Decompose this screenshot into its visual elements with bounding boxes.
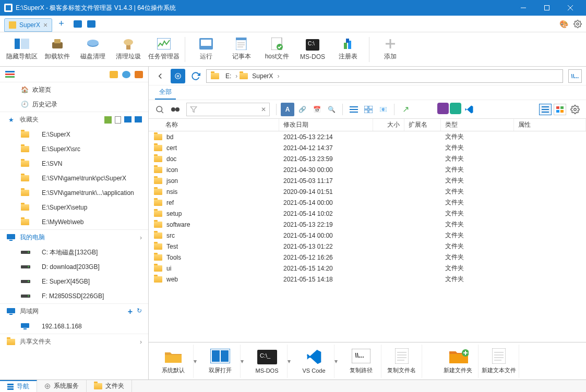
doc-icon[interactable] <box>115 116 121 124</box>
file-row[interactable]: bd2021-05-13 22:14文件夹 <box>149 131 586 142</box>
link-icon[interactable]: 🔗 <box>295 103 309 116</box>
notepad-button[interactable]: 记事本 <box>224 34 259 65</box>
file-row[interactable]: Tools2021-05-12 16:26文件夹 <box>149 252 586 263</box>
msdos-button[interactable]: C:\ MS-DOS <box>295 34 330 65</box>
status-tab-nav[interactable]: 导航 <box>0 380 37 393</box>
screen-icon[interactable] <box>135 116 142 123</box>
section-lan[interactable]: 局域网 + ↻ <box>0 303 148 319</box>
doc-green-icon[interactable] <box>104 116 112 124</box>
window-icon[interactable] <box>74 20 82 28</box>
section-share[interactable]: 共享文件夹 › <box>0 334 148 349</box>
run-button[interactable]: 运行 <box>188 34 224 65</box>
filter-input[interactable]: ✕ <box>186 103 270 116</box>
file-row[interactable]: ref2021-05-14 00:00文件夹 <box>149 197 586 208</box>
window-blue-icon[interactable] <box>124 116 131 123</box>
dropdown-icon[interactable]: ▾ <box>288 358 294 365</box>
filter-all[interactable]: 全部 <box>155 85 176 100</box>
refresh-button[interactable] <box>188 69 203 83</box>
view-icons-button[interactable] <box>554 104 566 115</box>
phpstorm-icon[interactable] <box>437 103 449 114</box>
breadcrumb-drive[interactable]: E: <box>223 72 233 80</box>
bb-copy-path[interactable]: \\... 复制路径 <box>341 345 381 378</box>
status-tab-services[interactable]: 系统服务 <box>37 380 87 393</box>
file-row[interactable]: web2021-05-15 14:18文件夹 <box>149 274 586 285</box>
file-row[interactable]: doc2021-05-13 23:59文件夹 <box>149 153 586 164</box>
dropdown-icon[interactable]: ▾ <box>194 358 200 365</box>
mail-icon[interactable]: 📧 <box>376 103 390 116</box>
window-add-icon[interactable] <box>87 20 95 28</box>
status-tab-folders[interactable]: 文件夹 <box>87 380 132 393</box>
col-date[interactable]: 修改日期 <box>279 119 373 131</box>
dropdown-icon[interactable]: ▾ <box>334 358 341 365</box>
clean-junk-button[interactable]: 清理垃圾 <box>111 34 146 65</box>
file-row[interactable]: src2021-05-14 00:00文件夹 <box>149 230 586 241</box>
grid-view-icon[interactable] <box>362 103 375 116</box>
calendar-icon[interactable]: 📅 <box>310 103 324 116</box>
toggle-nav-button[interactable]: 隐藏导航区 <box>4 34 40 65</box>
sidebar-drive-item[interactable]: E: SuperX[45GB] <box>0 274 148 289</box>
sidebar-lan-item[interactable]: 192.168.1.168 <box>0 319 148 334</box>
plus-icon[interactable]: + <box>128 307 133 316</box>
maximize-button[interactable] <box>535 0 558 16</box>
sidebar-drive-item[interactable]: F: M2850SSD[226GB] <box>0 289 148 303</box>
settings-nav-button[interactable] <box>171 69 185 83</box>
font-icon[interactable]: A <box>281 103 294 116</box>
file-row[interactable]: json2021-05-03 11:17文件夹 <box>149 175 586 186</box>
sidebar-favorite-item[interactable]: E:\SVN\game\trunk\...\application <box>0 186 148 200</box>
section-favorites[interactable]: ★ 收藏夹 <box>0 112 148 127</box>
tab-close-icon[interactable]: × <box>43 21 47 29</box>
vscode-icon[interactable] <box>462 103 476 116</box>
minimize-button[interactable] <box>511 0 535 16</box>
calendar-icon[interactable] <box>135 71 143 78</box>
bb-new-folder[interactable]: 新建文件夹 <box>438 345 479 378</box>
bb-system-default[interactable]: 系统默认 <box>153 345 194 378</box>
share-icon[interactable]: ↗ <box>399 103 412 116</box>
bb-new-text-file[interactable]: 新建文本文件 <box>479 345 519 378</box>
col-size[interactable]: 大小 <box>373 119 404 131</box>
sidebar-favorite-item[interactable]: E:\MyWeb\web <box>0 215 148 229</box>
sidebar-drive-item[interactable]: D: download[203GB] <box>0 260 148 274</box>
sidebar-favorite-item[interactable]: E:\SVN <box>0 156 148 171</box>
uninstall-button[interactable]: 卸载软件 <box>40 34 75 65</box>
refresh-icon[interactable]: ↻ <box>137 307 142 316</box>
file-row[interactable]: setup2021-05-14 10:02文件夹 <box>149 208 586 219</box>
search-icon[interactable] <box>153 103 166 116</box>
disk-clean-button[interactable]: 磁盘清理 <box>75 34 111 65</box>
bb-dual-screen[interactable]: 双屏打开 <box>200 345 241 378</box>
clear-icon[interactable]: ✕ <box>261 106 266 113</box>
task-manager-button[interactable]: 任务管理器 <box>146 34 182 65</box>
sidebar-favorite-item[interactable]: E:\SVN\game\trunk\pc\SuperX <box>0 171 148 186</box>
search-file-icon[interactable]: 🔍 <box>325 103 338 116</box>
file-row[interactable]: cert2021-04-12 14:37文件夹 <box>149 142 586 153</box>
close-button[interactable] <box>558 0 582 16</box>
file-row[interactable]: software2021-05-13 22:19文件夹 <box>149 219 586 230</box>
bb-msdos[interactable]: C:\_ MS-DOS <box>247 345 288 378</box>
sidebar-favorite-item[interactable]: E:\SuperX <box>0 127 148 142</box>
sidebar-favorite-item[interactable]: E:\SuperX\src <box>0 142 148 156</box>
file-row[interactable]: ui2021-05-15 14:20文件夹 <box>149 263 586 274</box>
host-file-button[interactable]: host文件 <box>259 34 295 65</box>
col-attr[interactable]: 属性 <box>514 119 586 131</box>
breadcrumb-folder[interactable]: SuperX <box>250 72 275 80</box>
col-name[interactable]: 名称 <box>149 119 279 131</box>
globe-icon[interactable] <box>122 71 130 78</box>
path-mode-button[interactable]: \\... <box>568 69 582 83</box>
binoculars-icon[interactable] <box>169 103 182 116</box>
pycharm-icon[interactable] <box>450 103 461 114</box>
file-row[interactable]: icon2021-04-30 00:00文件夹 <box>149 164 586 175</box>
view-details-button[interactable] <box>539 104 552 115</box>
registry-button[interactable]: 注册表 <box>330 34 366 65</box>
sidebar-drive-item[interactable]: C: 本地磁盘[132GB] <box>0 245 148 260</box>
new-tab-button[interactable]: + <box>58 18 64 29</box>
palette-icon[interactable]: 🎨 <box>559 20 568 28</box>
bb-copy-filename[interactable]: 复制文件名 <box>381 345 422 378</box>
sidebar-welcome[interactable]: 🏠 欢迎页 <box>0 82 148 97</box>
file-row[interactable]: Test2021-05-13 01:22文件夹 <box>149 241 586 252</box>
add-button[interactable]: 添加 <box>373 34 408 65</box>
section-computer[interactable]: 我的电脑 › <box>0 229 148 245</box>
address-bar[interactable]: E: › SuperX › <box>206 69 563 83</box>
bb-vscode[interactable]: VS Code <box>294 345 334 378</box>
sidebar-favorite-item[interactable]: E:\SuperX\setup <box>0 200 148 215</box>
folder-yellow-icon[interactable] <box>110 71 118 78</box>
tab-superx[interactable]: SuperX × <box>4 18 52 32</box>
